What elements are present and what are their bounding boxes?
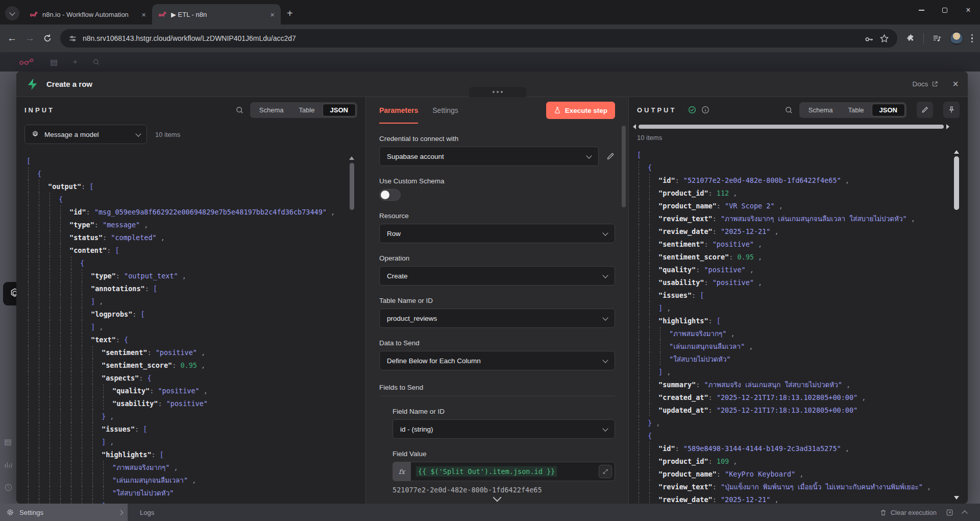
n8n-favicon-icon	[30, 10, 38, 18]
scroll-up-icon[interactable]	[954, 150, 959, 154]
output-horizontal-scrollbar[interactable]	[633, 124, 949, 130]
input-search-icon[interactable]	[235, 106, 244, 114]
media-playlist-icon[interactable]	[932, 34, 942, 43]
output-title: OUTPUT	[637, 106, 676, 114]
bookmark-star-icon[interactable]	[879, 34, 889, 43]
expand-expression-icon[interactable]: ⤢	[599, 465, 612, 478]
table-name-label: Table Name or ID	[379, 297, 615, 304]
window-maximize-button[interactable]	[933, 0, 957, 20]
edit-output-pencil-icon[interactable]	[917, 102, 933, 118]
tab-settings[interactable]: Settings	[432, 97, 458, 124]
tab-schema[interactable]: Schema	[801, 104, 841, 116]
execute-step-button[interactable]: Execute step	[546, 102, 615, 119]
tab-parameters[interactable]: Parameters	[379, 97, 418, 124]
input-json-view[interactable]: [{"output": [{"id": "msg_059ee9a8f662922…	[27, 154, 345, 504]
window-close-button[interactable]: ×	[957, 0, 980, 20]
profile-avatar[interactable]	[950, 32, 963, 45]
insights-chart-icon[interactable]	[4, 461, 13, 469]
scroll-left-icon[interactable]	[633, 124, 636, 129]
extensions-puzzle-icon[interactable]	[905, 34, 915, 43]
window-minimize-button[interactable]	[910, 0, 933, 20]
scroll-right-icon[interactable]	[946, 124, 949, 129]
tab-json[interactable]: JSON	[872, 104, 905, 116]
table-name-select[interactable]: product_reviews	[379, 309, 615, 328]
back-button[interactable]: ←	[7, 33, 17, 44]
edit-credential-pencil-icon[interactable]	[606, 152, 615, 161]
resource-select[interactable]: Row	[379, 224, 615, 243]
tab-schema[interactable]: Schema	[252, 104, 291, 116]
chevron-down-icon	[602, 357, 608, 363]
gear-icon	[6, 508, 14, 516]
n8n-logo	[19, 58, 37, 66]
help-icon[interactable]: ?	[4, 483, 13, 492]
tab-table[interactable]: Table	[841, 104, 872, 116]
operation-select[interactable]: Create	[379, 266, 615, 286]
address-bar[interactable]: n8n.srv1068143.hstgr.cloud/workflow/LzDW…	[60, 29, 897, 48]
openai-logo-icon	[31, 130, 39, 138]
scroll-more-chevron-icon[interactable]	[493, 493, 502, 502]
output-panel: OUTPUT Schema Table JSON	[629, 97, 968, 504]
close-tab-icon[interactable]: ×	[270, 10, 275, 19]
tab-json[interactable]: JSON	[323, 104, 356, 116]
data-to-send-label: Data to Send	[379, 339, 615, 347]
open-logs-icon[interactable]	[946, 509, 953, 516]
parameters-panel: Parameters Settings Execute step Credent…	[366, 97, 629, 504]
tab-title: ▶ ETL - n8n	[171, 11, 265, 18]
supabase-node-icon	[26, 77, 39, 91]
chevron-down-icon	[602, 425, 608, 431]
panel-drag-handle[interactable]	[469, 87, 526, 97]
expand-logs-chevron-icon[interactable]	[962, 510, 967, 516]
credential-select[interactable]: Supabase account	[379, 147, 599, 166]
credential-label: Credential to connect with	[379, 135, 615, 143]
tab-table[interactable]: Table	[291, 104, 323, 116]
parameters-scrollbar[interactable]	[622, 126, 626, 207]
input-scrollbar[interactable]	[349, 156, 354, 210]
field-value-label: Field Value	[393, 450, 615, 458]
output-scrollbar[interactable]	[953, 150, 960, 500]
tab-search-button[interactable]	[5, 6, 19, 20]
input-title: INPUT	[24, 106, 55, 114]
field-value-expression-input[interactable]: {{ $('Split Out').item.json.id }} ⤢	[411, 462, 615, 481]
url-text: n8n.srv1068143.hstgr.cloud/workflow/LzDW…	[83, 34, 859, 42]
scrollbar-thumb[interactable]	[639, 125, 944, 129]
scrollbar-thumb[interactable]	[954, 156, 959, 210]
pin-data-icon[interactable]	[943, 102, 960, 118]
close-tab-icon[interactable]: ×	[141, 10, 146, 19]
scrollbar-thumb[interactable]	[350, 163, 354, 210]
field-name-select[interactable]: id - (string)	[393, 419, 615, 439]
browser-tab-2-active[interactable]: ▶ ETL - n8n ×	[152, 4, 281, 25]
reload-icon	[43, 34, 52, 43]
data-to-send-select[interactable]: Define Below for Each Column	[379, 351, 615, 370]
info-icon[interactable]	[701, 105, 710, 114]
browser-tab-1[interactable]: n8n.io - Workflow Automation ×	[23, 4, 152, 25]
custom-schema-toggle[interactable]	[379, 189, 401, 201]
sidebar-item-settings[interactable]: Settings	[0, 504, 128, 521]
input-node-select[interactable]: Message a model	[24, 125, 147, 144]
chevron-down-icon	[9, 10, 15, 15]
scroll-up-icon[interactable]	[349, 156, 354, 160]
collapse-sidebar-chevron-icon[interactable]	[118, 510, 124, 515]
password-key-icon[interactable]	[864, 34, 874, 43]
templates-icon[interactable]: ▤	[4, 437, 13, 446]
scrollbar-thumb[interactable]	[622, 126, 626, 207]
browser-menu-kebab-icon[interactable]	[971, 34, 973, 43]
input-node-label: Message a model	[44, 131, 131, 138]
fields-to-send-label: Fields to Send	[379, 384, 615, 396]
new-tab-button[interactable]: +	[287, 8, 293, 19]
operation-label: Operation	[379, 254, 615, 262]
node-details-dialog: Create a row Docs × INPUT Schema	[16, 72, 968, 504]
reload-button[interactable]	[43, 34, 52, 43]
dialog-header: Create a row Docs ×	[16, 72, 968, 97]
output-json-view[interactable]: [{"id": "521077e2-2e0d-482e-800b-1fd6422…	[637, 148, 945, 504]
site-info-tune-icon[interactable]	[68, 34, 77, 43]
output-search-icon[interactable]	[785, 106, 793, 114]
svg-text:?: ?	[7, 485, 10, 490]
docs-link[interactable]: Docs	[913, 80, 939, 88]
scroll-down-icon[interactable]	[954, 496, 959, 500]
clear-execution-button[interactable]: Clear execution	[879, 509, 937, 516]
input-panel: INPUT Schema Table JSON Message a model	[16, 97, 366, 504]
add-node-icon: ＋	[71, 57, 79, 67]
logs-panel-label[interactable]: Logs	[140, 509, 154, 516]
forward-button[interactable]: →	[25, 33, 35, 44]
dialog-close-icon[interactable]: ×	[952, 78, 959, 90]
